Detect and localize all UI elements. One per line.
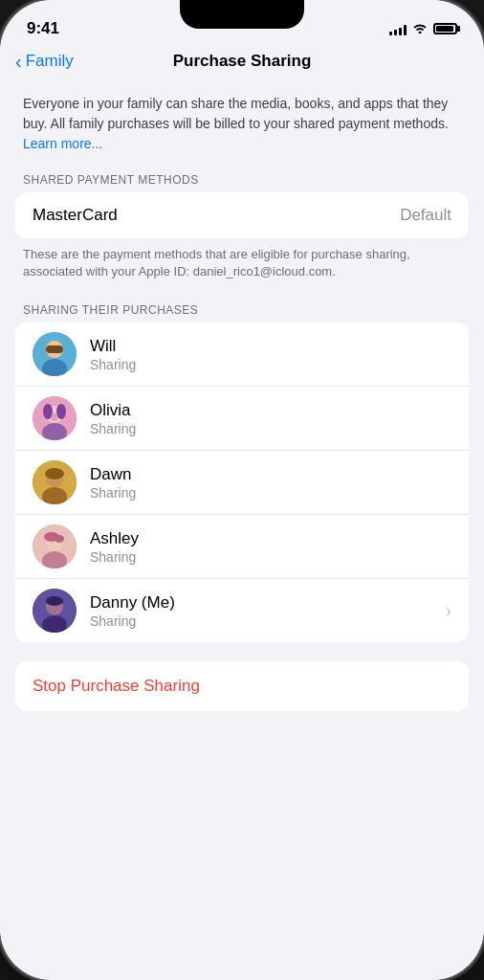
member-status-olivia: Sharing [90,421,451,436]
status-icons [389,21,457,36]
signal-bar-2 [394,30,397,35]
chevron-left-icon: ‹ [15,51,22,73]
nav-bar: ‹ Family Purchase Sharing [0,48,484,78]
chevron-right-icon: › [446,601,451,621]
default-label: Default [400,206,451,225]
stop-purchase-card: Stop Purchase Sharing [15,661,469,711]
member-info-olivia: Olivia Sharing [90,401,451,436]
member-row-olivia[interactable]: Olivia Sharing [15,387,469,451]
member-row-will[interactable]: Will Sharing [15,323,469,387]
avatar-will [33,332,77,376]
member-name-will: Will [90,337,451,356]
payment-methods-card: MasterCard Default [15,192,469,238]
avatar-ashley [33,524,77,568]
description-section: Everyone in your family can share the me… [0,78,484,166]
signal-bars-icon [389,22,407,35]
learn-more-link[interactable]: Learn more... [23,136,102,151]
members-card: Will Sharing [15,323,469,642]
member-row-danny[interactable]: Danny (Me) Sharing › [15,579,469,642]
mastercard-row[interactable]: MasterCard Default [15,192,469,238]
member-row-ashley[interactable]: Ashley Sharing [15,515,469,579]
stop-purchase-button[interactable]: Stop Purchase Sharing [15,661,469,711]
member-name-ashley: Ashley [90,529,451,548]
avatar-danny [33,589,77,633]
member-status-ashley: Sharing [90,549,451,565]
signal-bar-1 [389,32,392,35]
status-bar: 9:41 [0,0,484,48]
avatar-olivia [33,396,77,440]
member-name-danny: Danny (Me) [90,593,446,612]
member-info-will: Will Sharing [90,337,451,372]
screen: 9:41 ‹ [0,0,484,980]
sharing-header: SHARING THEIR PURCHASES [0,296,484,323]
member-info-ashley: Ashley Sharing [90,529,451,565]
member-info-dawn: Dawn Sharing [90,465,451,501]
signal-bar-3 [399,28,402,35]
avatar-dawn [33,460,77,504]
notch [180,0,304,29]
payment-methods-header: SHARED PAYMENT METHODS [0,166,484,192]
member-status-dawn: Sharing [90,485,451,501]
member-name-olivia: Olivia [90,401,451,420]
svg-point-19 [55,535,64,543]
svg-point-14 [45,468,64,479]
back-label: Family [26,52,74,71]
member-info-danny: Danny (Me) Sharing [90,593,446,629]
content: Everyone in your family can share the me… [0,78,484,980]
svg-rect-4 [46,345,63,353]
wifi-icon [412,21,428,36]
payment-helper-text: These are the payment methods that are e… [0,238,484,296]
svg-point-10 [51,413,58,421]
page-title: Purchase Sharing [173,52,312,71]
member-row-dawn[interactable]: Dawn Sharing [15,451,469,515]
signal-bar-4 [404,25,407,35]
status-time: 9:41 [27,19,59,38]
phone-frame: 9:41 ‹ [0,0,484,980]
member-status-danny: Sharing [90,613,446,629]
svg-point-23 [46,596,63,606]
member-status-will: Sharing [90,357,451,372]
mastercard-label: MasterCard [33,206,118,225]
battery-icon [433,23,457,34]
description-text: Everyone in your family can share the me… [23,96,449,131]
back-button[interactable]: ‹ Family [15,51,74,73]
member-name-dawn: Dawn [90,465,451,484]
